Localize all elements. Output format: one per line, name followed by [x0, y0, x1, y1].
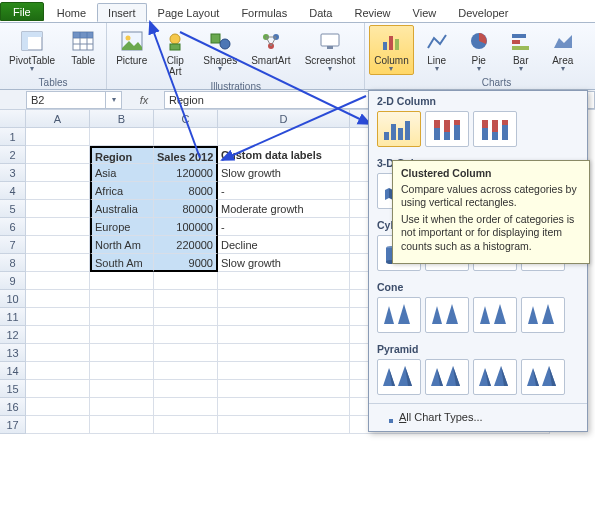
cell-D15[interactable]: [218, 380, 350, 398]
chart-thumb-pyramid-3[interactable]: [521, 359, 565, 395]
chart-thumb-pyramid-0[interactable]: [377, 359, 421, 395]
shapes-button[interactable]: Shapes▾: [198, 25, 242, 75]
pie-button[interactable]: Pie▾: [460, 25, 498, 75]
cell-B2[interactable]: Region: [90, 146, 154, 164]
row-header-3[interactable]: 3: [0, 164, 26, 182]
cell-B8[interactable]: South Am: [90, 254, 154, 272]
tab-home[interactable]: Home: [46, 3, 97, 21]
row-header-12[interactable]: 12: [0, 326, 26, 344]
cell-C15[interactable]: [154, 380, 218, 398]
col-header-A[interactable]: A: [26, 110, 90, 128]
chart-thumb-cone-2[interactable]: [473, 297, 517, 333]
cell-B4[interactable]: Africa: [90, 182, 154, 200]
cell-A2[interactable]: [26, 146, 90, 164]
cell-D12[interactable]: [218, 326, 350, 344]
cell-C7[interactable]: 220000: [154, 236, 218, 254]
column-button[interactable]: Column▾: [369, 25, 413, 75]
line-button[interactable]: Line▾: [418, 25, 456, 75]
cell-C2[interactable]: Sales 2012: [154, 146, 218, 164]
cell-A7[interactable]: [26, 236, 90, 254]
cell-A16[interactable]: [26, 398, 90, 416]
tab-data[interactable]: Data: [298, 3, 343, 21]
cell-D3[interactable]: Slow growth: [218, 164, 350, 182]
bar-button[interactable]: Bar▾: [502, 25, 540, 75]
row-header-16[interactable]: 16: [0, 398, 26, 416]
row-header-9[interactable]: 9: [0, 272, 26, 290]
table-button[interactable]: Table: [64, 25, 102, 69]
cell-B14[interactable]: [90, 362, 154, 380]
cell-A3[interactable]: [26, 164, 90, 182]
cell-D2[interactable]: Custom data labels: [218, 146, 350, 164]
row-header-8[interactable]: 8: [0, 254, 26, 272]
all-chart-types[interactable]: All Chart Types...: [369, 403, 587, 427]
cell-B13[interactable]: [90, 344, 154, 362]
cell-D9[interactable]: [218, 272, 350, 290]
name-box[interactable]: B2 ▾: [26, 91, 122, 109]
cell-A11[interactable]: [26, 308, 90, 326]
cell-D11[interactable]: [218, 308, 350, 326]
row-header-4[interactable]: 4: [0, 182, 26, 200]
tab-insert[interactable]: Insert: [97, 3, 147, 22]
cell-D10[interactable]: [218, 290, 350, 308]
row-header-13[interactable]: 13: [0, 344, 26, 362]
cell-C6[interactable]: 100000: [154, 218, 218, 236]
cell-B5[interactable]: Australia: [90, 200, 154, 218]
chart-thumb-2-d-column-0[interactable]: [377, 111, 421, 147]
cell-D8[interactable]: Slow growth: [218, 254, 350, 272]
smartart-button[interactable]: SmartArt: [246, 25, 295, 69]
tab-review[interactable]: Review: [343, 3, 401, 21]
col-header-B[interactable]: B: [90, 110, 154, 128]
col-header-D[interactable]: D: [218, 110, 350, 128]
clipart-button[interactable]: ClipArt: [156, 25, 194, 80]
chart-thumb-pyramid-1[interactable]: [425, 359, 469, 395]
cell-A12[interactable]: [26, 326, 90, 344]
cell-B16[interactable]: [90, 398, 154, 416]
cell-A6[interactable]: [26, 218, 90, 236]
chart-thumb-pyramid-2[interactable]: [473, 359, 517, 395]
cell-D5[interactable]: Moderate growth: [218, 200, 350, 218]
row-header-2[interactable]: 2: [0, 146, 26, 164]
cell-B6[interactable]: Europe: [90, 218, 154, 236]
picture-button[interactable]: Picture: [111, 25, 152, 69]
area-button[interactable]: Area▾: [544, 25, 582, 75]
cell-C12[interactable]: [154, 326, 218, 344]
cell-A5[interactable]: [26, 200, 90, 218]
cell-A4[interactable]: [26, 182, 90, 200]
cell-A15[interactable]: [26, 380, 90, 398]
cell-B1[interactable]: [90, 128, 154, 146]
scatter-button[interactable]: Scat▾: [586, 25, 595, 75]
pivottable-button[interactable]: PivotTable▾: [4, 25, 60, 75]
cell-B7[interactable]: North Am: [90, 236, 154, 254]
tab-developer[interactable]: Developer: [447, 3, 519, 21]
cell-A13[interactable]: [26, 344, 90, 362]
cell-C10[interactable]: [154, 290, 218, 308]
chart-thumb-cone-3[interactable]: [521, 297, 565, 333]
cell-C14[interactable]: [154, 362, 218, 380]
col-header-C[interactable]: C: [154, 110, 218, 128]
cell-C8[interactable]: 9000: [154, 254, 218, 272]
cell-D14[interactable]: [218, 362, 350, 380]
cell-B17[interactable]: [90, 416, 154, 434]
cell-C1[interactable]: [154, 128, 218, 146]
tab-file[interactable]: File: [0, 2, 44, 21]
cell-B12[interactable]: [90, 326, 154, 344]
cell-A1[interactable]: [26, 128, 90, 146]
screenshot-button[interactable]: Screenshot▾: [300, 25, 361, 75]
row-header-15[interactable]: 15: [0, 380, 26, 398]
row-header-11[interactable]: 11: [0, 308, 26, 326]
row-header-14[interactable]: 14: [0, 362, 26, 380]
cell-A8[interactable]: [26, 254, 90, 272]
cell-C11[interactable]: [154, 308, 218, 326]
select-all-corner[interactable]: [0, 110, 26, 128]
cell-C13[interactable]: [154, 344, 218, 362]
row-header-1[interactable]: 1: [0, 128, 26, 146]
row-header-7[interactable]: 7: [0, 236, 26, 254]
row-header-17[interactable]: 17: [0, 416, 26, 434]
cell-D16[interactable]: [218, 398, 350, 416]
cell-C17[interactable]: [154, 416, 218, 434]
cell-A14[interactable]: [26, 362, 90, 380]
cell-A9[interactable]: [26, 272, 90, 290]
cell-C3[interactable]: 120000: [154, 164, 218, 182]
cell-B9[interactable]: [90, 272, 154, 290]
row-header-5[interactable]: 5: [0, 200, 26, 218]
